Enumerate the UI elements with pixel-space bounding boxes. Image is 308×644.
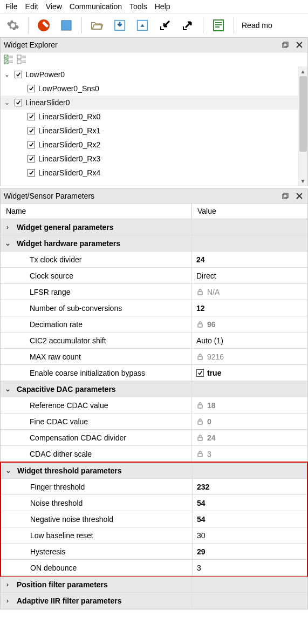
svg-rect-29 bbox=[198, 421, 202, 424]
expander-icon[interactable]: ⌄ bbox=[3, 466, 13, 474]
group-value bbox=[193, 463, 307, 478]
no-entry-icon[interactable] bbox=[34, 16, 53, 35]
param-row[interactable]: CDAC dither scale 3 bbox=[1, 446, 307, 462]
expander-icon[interactable]: ⌄ bbox=[3, 385, 12, 393]
param-value[interactable]: 232 bbox=[197, 483, 209, 491]
param-value[interactable]: 24 bbox=[196, 255, 205, 264]
check-all-icon[interactable] bbox=[4, 55, 13, 64]
uncheck-all-icon[interactable] bbox=[17, 55, 26, 64]
checkbox[interactable] bbox=[28, 85, 35, 92]
param-row[interactable]: MAX raw count 9216 bbox=[1, 349, 307, 365]
scrollbar[interactable]: ▲ ▼ bbox=[298, 66, 307, 186]
checkbox[interactable] bbox=[15, 71, 22, 78]
expander-icon[interactable]: ⌄ bbox=[3, 99, 11, 106]
param-row[interactable]: Negative noise threshold54 bbox=[1, 511, 307, 527]
gear-icon[interactable] bbox=[3, 16, 23, 35]
tree-item[interactable]: ·LinearSlider0_Rx4 bbox=[1, 166, 307, 180]
restore-icon[interactable] bbox=[280, 191, 290, 201]
tree-item[interactable]: ·LinearSlider0_Rx1 bbox=[1, 124, 307, 138]
param-row[interactable]: Tx clock divider24 bbox=[1, 252, 307, 268]
menu-tools[interactable]: Tools bbox=[129, 2, 147, 11]
tree-item[interactable]: ·LinearSlider0_Rx3 bbox=[1, 152, 307, 166]
param-row[interactable]: Fine CDAC value 0 bbox=[1, 413, 307, 430]
expander-icon[interactable]: ⌄ bbox=[3, 71, 11, 78]
param-row[interactable]: Decimation rate 96 bbox=[1, 316, 307, 333]
param-value[interactable]: 12 bbox=[196, 304, 205, 313]
download-icon[interactable] bbox=[110, 16, 129, 35]
param-label: Low baseline reset bbox=[15, 531, 93, 540]
scroll-up-icon[interactable]: ▲ bbox=[298, 66, 307, 76]
tree-item[interactable]: ·LinearSlider0_Rx0 bbox=[1, 110, 307, 124]
param-value[interactable]: Auto (1) bbox=[196, 336, 223, 345]
col-name[interactable]: Name bbox=[1, 204, 192, 219]
read-more-link[interactable]: Read mo bbox=[239, 21, 275, 30]
tree-item[interactable]: ⌄LowPower0 bbox=[1, 67, 307, 82]
param-label: Decimation rate bbox=[15, 320, 83, 329]
param-group[interactable]: ›Adaptive IIR filter parameters bbox=[1, 593, 307, 609]
param-row[interactable]: Number of sub-conversions12 bbox=[1, 300, 307, 316]
checkbox[interactable] bbox=[28, 169, 35, 177]
checkbox[interactable] bbox=[28, 113, 35, 120]
param-row[interactable]: CIC2 accumulator shiftAuto (1) bbox=[1, 333, 307, 349]
menu-help[interactable]: Help bbox=[155, 2, 170, 11]
param-row[interactable]: Reference CDAC value 18 bbox=[1, 397, 307, 413]
param-value: 24 bbox=[207, 433, 216, 442]
document-lines-icon[interactable] bbox=[209, 16, 228, 35]
checkbox[interactable] bbox=[15, 99, 22, 106]
param-group[interactable]: ⌄Widget hardware parameters bbox=[1, 235, 307, 252]
param-group[interactable]: ›Widget general parameters bbox=[1, 219, 307, 235]
checkbox[interactable] bbox=[28, 155, 35, 162]
param-group[interactable]: ⌄Widget threshold parameters bbox=[1, 463, 307, 479]
tree-item[interactable]: ·LowPower0_Sns0 bbox=[1, 82, 307, 96]
svg-rect-9 bbox=[283, 43, 287, 48]
param-value[interactable]: 3 bbox=[197, 564, 201, 572]
close-icon[interactable] bbox=[295, 191, 304, 201]
tree-label: LinearSlider0_Rx0 bbox=[38, 112, 100, 121]
checkbox[interactable] bbox=[28, 127, 35, 134]
expander-icon[interactable]: ⌄ bbox=[3, 239, 12, 247]
param-row[interactable]: ON debounce3 bbox=[1, 560, 307, 576]
group-label: Widget threshold parameters bbox=[15, 466, 122, 475]
export-arrow-icon[interactable] bbox=[178, 16, 197, 35]
expander-icon[interactable]: › bbox=[3, 580, 12, 588]
restore-icon[interactable] bbox=[280, 40, 290, 50]
param-value[interactable]: 29 bbox=[197, 547, 206, 556]
expander-icon[interactable]: › bbox=[3, 596, 12, 605]
scroll-down-icon[interactable]: ▼ bbox=[298, 176, 307, 186]
param-group[interactable]: ⌄Capacitive DAC parameters bbox=[1, 381, 307, 397]
param-row[interactable]: Finger threshold232 bbox=[1, 479, 307, 495]
param-value[interactable]: 54 bbox=[197, 499, 206, 507]
param-row[interactable]: Noise threshold54 bbox=[1, 495, 307, 511]
menu-communication[interactable]: Communication bbox=[70, 2, 122, 11]
scroll-thumb[interactable] bbox=[299, 76, 307, 152]
params-title: Widget/Sensor Parameters bbox=[4, 192, 94, 200]
widget-tree[interactable]: ⌄LowPower0·LowPower0_Sns0⌄LinearSlider0·… bbox=[0, 66, 308, 186]
param-label: Fine CDAC value bbox=[15, 417, 88, 426]
param-row[interactable]: LFSR range N/A bbox=[1, 284, 307, 300]
expander-icon[interactable]: › bbox=[3, 223, 12, 231]
tree-label: LinearSlider0_Rx3 bbox=[38, 154, 100, 163]
col-value[interactable]: Value bbox=[192, 204, 307, 219]
import-arrow-icon[interactable] bbox=[155, 16, 175, 35]
checkbox[interactable] bbox=[28, 141, 35, 148]
menu-edit[interactable]: Edit bbox=[25, 2, 38, 11]
param-value[interactable]: Direct bbox=[196, 272, 216, 280]
param-row[interactable]: Enable coarse initialization bypass true bbox=[1, 365, 307, 381]
param-row[interactable]: Compensation CDAC divider 24 bbox=[1, 430, 307, 446]
param-group[interactable]: ›Position filter parameters bbox=[1, 577, 307, 593]
folder-open-icon[interactable] bbox=[87, 16, 107, 35]
tree-item[interactable]: ⌄LinearSlider0 bbox=[1, 96, 307, 110]
stop-square-icon[interactable] bbox=[57, 16, 76, 35]
param-value[interactable]: 30 bbox=[197, 531, 206, 540]
upload-icon[interactable] bbox=[133, 16, 152, 35]
param-row[interactable]: Hysteresis29 bbox=[1, 544, 307, 560]
group-label: Widget general parameters bbox=[15, 223, 114, 232]
close-icon[interactable] bbox=[295, 40, 304, 50]
tree-item[interactable]: ·LinearSlider0_Rx2 bbox=[1, 138, 307, 152]
param-value[interactable]: 54 bbox=[197, 515, 206, 524]
checkbox[interactable] bbox=[196, 369, 204, 377]
param-row[interactable]: Low baseline reset30 bbox=[1, 527, 307, 544]
param-row[interactable]: Clock sourceDirect bbox=[1, 268, 307, 284]
menu-file[interactable]: File bbox=[5, 2, 18, 11]
menu-view[interactable]: View bbox=[46, 2, 62, 11]
